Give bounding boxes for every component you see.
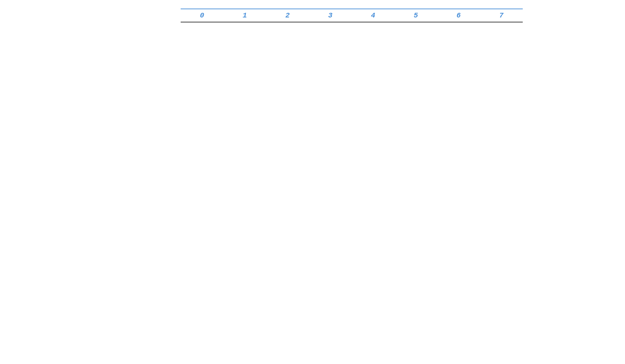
array-index-4: 4 [352,11,394,20]
main-container: 01234567 [10,7,615,44]
array-indices-row: 01234567 [181,9,523,22]
array-index-7: 7 [480,11,523,20]
array-header: 01234567 [181,7,615,22]
call-stack [10,25,181,44]
array-values-initial [181,25,523,44]
array-index-1: 1 [223,11,266,20]
array-index-0: 0 [181,11,223,20]
table-area [10,25,615,44]
array-index-3: 3 [309,11,352,20]
initial-label-row [10,25,181,44]
array-index-6: 6 [437,11,480,20]
array-index-5: 5 [394,11,437,20]
array-index-2: 2 [266,11,309,20]
initial-values-row [181,25,523,44]
